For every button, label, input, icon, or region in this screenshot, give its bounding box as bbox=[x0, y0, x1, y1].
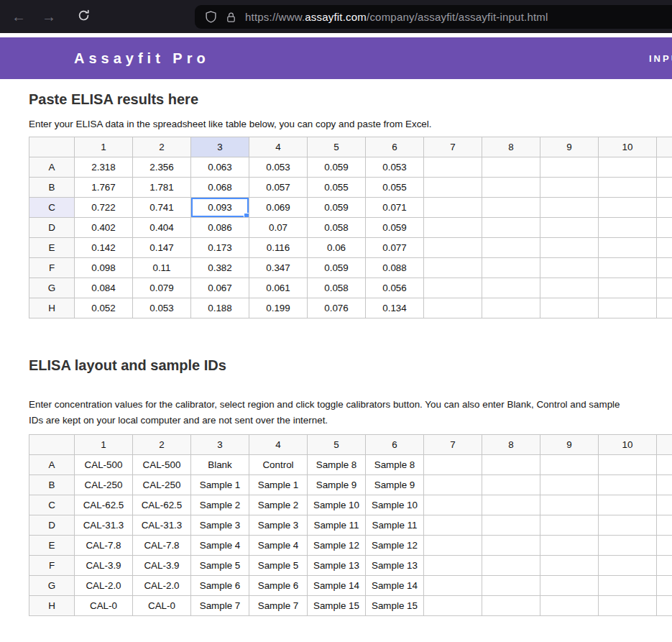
layout-cell-F7[interactable] bbox=[424, 556, 482, 576]
results-cell-H5[interactable]: 0.076 bbox=[308, 298, 366, 318]
layout-cell-C5[interactable]: Sample 10 bbox=[308, 495, 366, 515]
layout-cell-A1[interactable]: CAL-500 bbox=[75, 455, 133, 475]
results-cell-C4[interactable]: 0.069 bbox=[249, 198, 308, 218]
layout-cell-A11[interactable] bbox=[657, 455, 672, 475]
results-cell-B11[interactable] bbox=[657, 178, 672, 198]
results-cell-H8[interactable] bbox=[482, 298, 540, 318]
results-cell-B4[interactable]: 0.057 bbox=[249, 178, 308, 198]
layout-cell-A8[interactable] bbox=[482, 455, 540, 475]
layout-col-header-3[interactable]: 3 bbox=[191, 435, 249, 455]
layout-cell-H7[interactable] bbox=[424, 596, 482, 616]
layout-cell-E2[interactable]: CAL-7.8 bbox=[133, 536, 191, 556]
results-col-header-7[interactable]: 7 bbox=[424, 137, 482, 157]
layout-cell-B6[interactable]: Sample 9 bbox=[366, 475, 424, 495]
layout-cell-B4[interactable]: Sample 1 bbox=[249, 475, 308, 495]
layout-cell-C8[interactable] bbox=[482, 495, 540, 515]
results-cell-B10[interactable] bbox=[599, 178, 657, 198]
layout-col-header-10[interactable]: 10 bbox=[599, 435, 657, 455]
results-row-header-H[interactable]: H bbox=[29, 298, 75, 318]
layout-cell-H8[interactable] bbox=[482, 596, 540, 616]
layout-col-header-1[interactable]: 1 bbox=[75, 435, 133, 455]
results-cell-A3[interactable]: 0.063 bbox=[191, 157, 249, 178]
layout-cell-E4[interactable]: Sample 4 bbox=[249, 536, 308, 556]
layout-col-header-8[interactable]: 8 bbox=[482, 435, 540, 455]
layout-cell-F3[interactable]: Sample 5 bbox=[191, 556, 249, 576]
results-cell-F1[interactable]: 0.098 bbox=[75, 258, 133, 278]
layout-col-header-6[interactable]: 6 bbox=[366, 435, 424, 455]
results-cell-A4[interactable]: 0.053 bbox=[249, 157, 308, 178]
layout-cell-A5[interactable]: Sample 8 bbox=[308, 455, 366, 475]
results-cell-A9[interactable] bbox=[540, 157, 599, 178]
layout-cell-A2[interactable]: CAL-500 bbox=[133, 455, 191, 475]
layout-cell-G2[interactable]: CAL-2.0 bbox=[133, 576, 191, 596]
results-cell-B8[interactable] bbox=[482, 178, 540, 198]
layout-cell-C2[interactable]: CAL-62.5 bbox=[133, 495, 191, 515]
results-cell-E6[interactable]: 0.077 bbox=[366, 238, 424, 258]
layout-cell-E7[interactable] bbox=[424, 536, 482, 556]
results-cell-H10[interactable] bbox=[599, 298, 657, 318]
results-row-header-C[interactable]: C bbox=[29, 198, 75, 218]
layout-cell-H5[interactable]: Sample 15 bbox=[308, 596, 366, 616]
results-cell-G2[interactable]: 0.079 bbox=[133, 278, 191, 298]
layout-cell-B11[interactable] bbox=[657, 475, 672, 495]
layout-cell-B5[interactable]: Sample 9 bbox=[308, 475, 366, 495]
layout-cell-A10[interactable] bbox=[599, 455, 657, 475]
layout-cell-G1[interactable]: CAL-2.0 bbox=[75, 576, 133, 596]
results-cell-D5[interactable]: 0.058 bbox=[308, 218, 366, 238]
back-button[interactable]: ← bbox=[6, 0, 32, 33]
results-cell-D6[interactable]: 0.059 bbox=[366, 218, 424, 238]
results-row-header-B[interactable]: B bbox=[29, 178, 75, 198]
layout-row-header-C[interactable]: C bbox=[29, 495, 75, 515]
results-cell-H2[interactable]: 0.053 bbox=[133, 298, 191, 318]
results-cell-D10[interactable] bbox=[599, 218, 657, 238]
layout-row-header-F[interactable]: F bbox=[29, 556, 75, 576]
layout-cell-C1[interactable]: CAL-62.5 bbox=[75, 495, 133, 515]
results-cell-F5[interactable]: 0.059 bbox=[308, 258, 366, 278]
results-cell-G8[interactable] bbox=[482, 278, 540, 298]
results-cell-C10[interactable] bbox=[599, 198, 657, 218]
layout-cell-G11[interactable] bbox=[657, 576, 672, 596]
results-col-header-6[interactable]: 6 bbox=[366, 137, 424, 157]
layout-cell-H10[interactable] bbox=[599, 596, 657, 616]
results-cell-G7[interactable] bbox=[424, 278, 482, 298]
results-cell-C11[interactable] bbox=[657, 198, 672, 218]
results-col-header-3[interactable]: 3 bbox=[191, 137, 249, 157]
layout-cell-F11[interactable] bbox=[657, 556, 672, 576]
results-cell-D8[interactable] bbox=[482, 218, 540, 238]
results-cell-B6[interactable]: 0.055 bbox=[366, 178, 424, 198]
url-bar[interactable]: https://www.assayfit.com/company/assayfi… bbox=[195, 5, 672, 29]
layout-cell-A6[interactable]: Sample 8 bbox=[366, 455, 424, 475]
layout-cell-C9[interactable] bbox=[540, 495, 599, 515]
layout-row-header-H[interactable]: H bbox=[29, 596, 75, 616]
layout-cell-E6[interactable]: Sample 12 bbox=[366, 536, 424, 556]
layout-cell-C10[interactable] bbox=[599, 495, 657, 515]
layout-cell-E5[interactable]: Sample 12 bbox=[308, 536, 366, 556]
layout-cell-H2[interactable]: CAL-0 bbox=[133, 596, 191, 616]
results-cell-E9[interactable] bbox=[540, 238, 599, 258]
layout-cell-E8[interactable] bbox=[482, 536, 540, 556]
layout-cell-D6[interactable]: Sample 11 bbox=[366, 515, 424, 536]
results-cell-E11[interactable] bbox=[657, 238, 672, 258]
layout-cell-H9[interactable] bbox=[540, 596, 599, 616]
layout-cell-A4[interactable]: Control bbox=[249, 455, 308, 475]
layout-cell-G6[interactable]: Sample 14 bbox=[366, 576, 424, 596]
results-cell-G9[interactable] bbox=[540, 278, 599, 298]
layout-cell-D4[interactable]: Sample 3 bbox=[249, 515, 308, 536]
layout-cell-D5[interactable]: Sample 11 bbox=[308, 515, 366, 536]
layout-cell-E10[interactable] bbox=[599, 536, 657, 556]
results-row-header-A[interactable]: A bbox=[29, 157, 75, 178]
results-cell-G10[interactable] bbox=[599, 278, 657, 298]
results-cell-F11[interactable] bbox=[657, 258, 672, 278]
layout-cell-D3[interactable]: Sample 3 bbox=[191, 515, 249, 536]
results-cell-F9[interactable] bbox=[540, 258, 599, 278]
results-cell-E7[interactable] bbox=[424, 238, 482, 258]
layout-cell-B2[interactable]: CAL-250 bbox=[133, 475, 191, 495]
results-cell-B5[interactable]: 0.055 bbox=[308, 178, 366, 198]
layout-cell-G4[interactable]: Sample 6 bbox=[249, 576, 308, 596]
layout-cell-C6[interactable]: Sample 10 bbox=[366, 495, 424, 515]
layout-row-header-A[interactable]: A bbox=[29, 455, 75, 475]
results-cell-E8[interactable] bbox=[482, 238, 540, 258]
layout-corner-header[interactable] bbox=[29, 435, 75, 455]
results-cell-D4[interactable]: 0.07 bbox=[249, 218, 308, 238]
results-cell-C6[interactable]: 0.071 bbox=[366, 198, 424, 218]
